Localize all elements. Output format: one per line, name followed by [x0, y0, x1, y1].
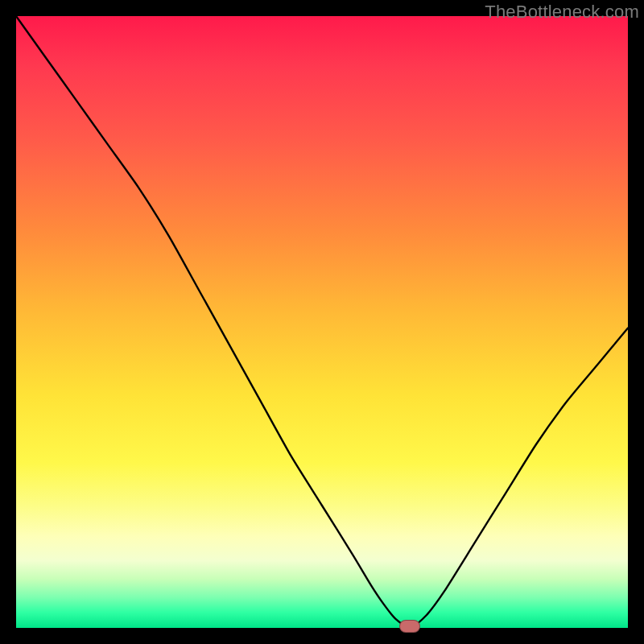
- optimal-marker: [399, 620, 420, 633]
- chart-frame: TheBottleneck.com: [0, 0, 644, 644]
- plot-area: [16, 16, 628, 628]
- bottleneck-curve: [16, 16, 628, 628]
- watermark-text: TheBottleneck.com: [485, 2, 639, 23]
